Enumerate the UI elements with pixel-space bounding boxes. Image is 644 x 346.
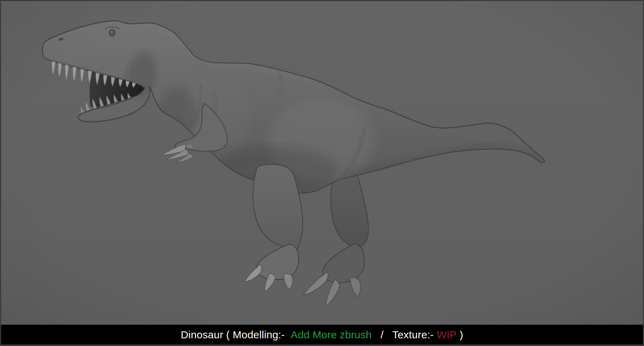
viewport-canvas bbox=[0, 0, 644, 346]
caption-segment-title: Dinosaur ( Modelling:- bbox=[181, 325, 291, 345]
caption-bar: Dinosaur ( Modelling:- Add More zbrush /… bbox=[1, 325, 643, 345]
caption-segment-modelling-status: Add More zbrush bbox=[291, 325, 371, 345]
caption-segment-close-paren: ) bbox=[457, 325, 463, 345]
vignette-overlay bbox=[0, 0, 644, 346]
caption-segment-texture-status: WIP bbox=[437, 325, 457, 345]
render-screenshot: Dinosaur ( Modelling:- Add More zbrush /… bbox=[0, 0, 644, 346]
caption-segment-separator: / Texture:- bbox=[372, 325, 437, 345]
